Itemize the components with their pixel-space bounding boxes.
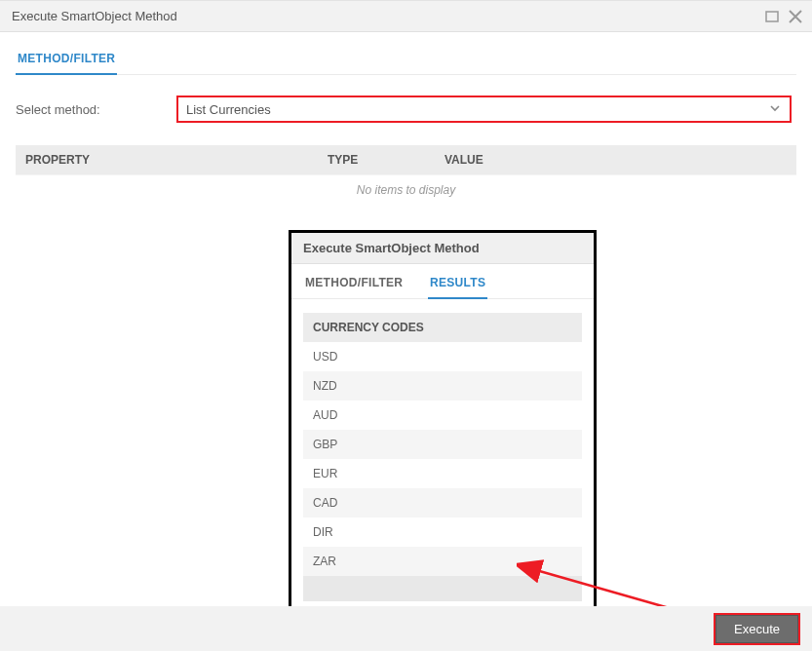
window-controls [761,6,806,27]
execute-button[interactable]: Execute [715,615,798,643]
svg-rect-0 [766,12,778,21]
close-icon[interactable] [785,6,806,27]
results-column-header: CURRENCY CODES [303,313,582,342]
dialog-content: METHOD/FILTER Select method: List Curren… [0,32,812,207]
overlay-tab-results[interactable]: RESULTS [428,270,487,299]
select-method-label: Select method: [16,102,177,117]
overlay-title: Execute SmartObject Method [291,233,594,264]
select-method-wrap: List Currencies [177,96,791,122]
result-row-empty [303,576,582,601]
grid-empty-text: No items to display [16,174,796,207]
overlay-tab-method-filter[interactable]: METHOD/FILTER [303,270,405,297]
main-tabs: METHOD/FILTER [16,42,796,75]
select-method-value: List Currencies [186,102,271,117]
execute-smartobject-dialog: Execute SmartObject Method METHOD/FILTER… [0,0,812,207]
overlay-body: CURRENCY CODES USD NZD AUD GBP EUR CAD D… [291,299,594,615]
result-row: EUR [303,459,582,488]
result-row: DIR [303,517,582,547]
result-row: ZAR [303,547,582,576]
maximize-icon[interactable] [761,6,783,27]
result-row: GBP [303,430,582,459]
properties-grid-header: PROPERTY TYPE VALUE [16,145,796,174]
dialog-footer: Execute [0,606,812,651]
result-row: USD [303,342,582,371]
select-method-row: Select method: List Currencies [16,96,796,122]
col-type: TYPE [328,153,445,167]
chevron-down-icon [768,101,782,118]
result-row: NZD [303,371,582,401]
select-method-dropdown[interactable]: List Currencies [177,96,791,122]
dialog-titlebar: Execute SmartObject Method [0,1,812,32]
results-overlay-dialog: Execute SmartObject Method METHOD/FILTER… [289,230,597,618]
col-value: VALUE [445,153,796,167]
tab-method-filter[interactable]: METHOD/FILTER [16,46,117,75]
result-row: CAD [303,488,582,517]
result-row: AUD [303,401,582,430]
overlay-tabs: METHOD/FILTER RESULTS [291,264,594,299]
col-property: PROPERTY [16,153,328,167]
dialog-title: Execute SmartObject Method [12,9,177,23]
